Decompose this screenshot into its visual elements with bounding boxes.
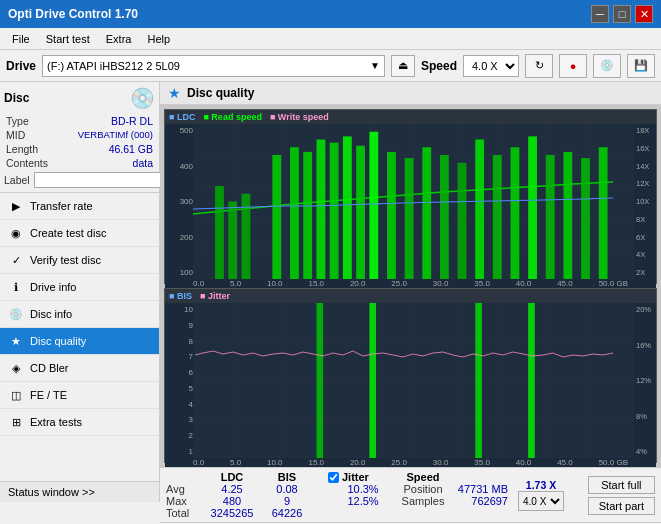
sidebar-item-cd-bler[interactable]: ◈ CD Bler xyxy=(0,355,159,382)
ldc-chart-svg xyxy=(193,124,634,279)
sidebar-item-extra-tests[interactable]: ⊞ Extra tests xyxy=(0,409,159,436)
max-bis: 9 xyxy=(262,495,312,507)
start-full-button[interactable]: Start full xyxy=(588,476,655,494)
svg-rect-25 xyxy=(405,158,414,279)
speed-value: 1.73 X xyxy=(526,479,556,491)
type-value: BD-R DL xyxy=(111,115,153,127)
svg-rect-17 xyxy=(290,147,299,279)
refresh-button[interactable]: ↻ xyxy=(525,54,553,78)
panel-header: ★ Disc quality xyxy=(160,82,661,105)
window-controls: ─ □ ✕ xyxy=(591,5,653,23)
jitter-checkbox[interactable] xyxy=(328,472,339,483)
menu-help[interactable]: Help xyxy=(139,31,178,47)
extra-tests-icon: ⊞ xyxy=(8,414,24,430)
y-right-8x: 8X xyxy=(636,215,654,224)
x2-5: 5.0 xyxy=(230,458,241,467)
disc-label-row: Label 🔍 xyxy=(4,172,155,188)
sidebar-item-transfer-rate[interactable]: ▶ Transfer rate xyxy=(0,193,159,220)
x1-0: 0.0 xyxy=(193,279,204,288)
x2-40: 40.0 xyxy=(516,458,532,467)
menu-start-test[interactable]: Start test xyxy=(38,31,98,47)
verify-test-disc-icon: ✓ xyxy=(8,252,24,268)
svg-rect-51 xyxy=(475,303,482,458)
y-right-6x: 6X xyxy=(636,233,654,242)
drivebar: Drive (F:) ATAPI iHBS212 2 5L09 ▼ ⏏ Spee… xyxy=(0,50,661,82)
bis-chart: ■ BIS ■ Jitter 10 9 8 7 6 5 4 3 2 xyxy=(164,288,657,463)
sidebar-item-create-test-disc[interactable]: ◉ Create test disc xyxy=(0,220,159,247)
x1-20: 20.0 xyxy=(350,279,366,288)
svg-rect-13 xyxy=(215,186,224,279)
svg-rect-24 xyxy=(387,152,396,279)
sidebar-item-fe-te[interactable]: ◫ FE / TE xyxy=(0,382,159,409)
sidebar-item-disc-info[interactable]: 💿 Disc info xyxy=(0,301,159,328)
label-input[interactable] xyxy=(34,172,167,188)
disc-length-row: Length 46.61 GB xyxy=(4,142,155,156)
max-ldc: 480 xyxy=(202,495,262,507)
disc-quality-icon: ★ xyxy=(8,333,24,349)
svg-rect-50 xyxy=(369,303,376,458)
status-window-button[interactable]: Status window >> xyxy=(0,481,159,502)
menu-file[interactable]: File xyxy=(4,31,38,47)
svg-rect-15 xyxy=(242,194,251,279)
mid-value: VERBATIMf (000) xyxy=(78,129,153,141)
sidebar-item-drive-info[interactable]: ℹ Drive info xyxy=(0,274,159,301)
y-left-200: 200 xyxy=(180,233,193,242)
x2-15: 15.0 xyxy=(308,458,324,467)
start-part-button[interactable]: Start part xyxy=(588,497,655,515)
action-buttons: Start full Start part xyxy=(588,476,655,515)
speed-select[interactable]: 4.0 X xyxy=(463,55,519,77)
max-jitter: 12.5% xyxy=(328,495,398,507)
svg-rect-26 xyxy=(422,147,431,279)
svg-rect-35 xyxy=(581,158,590,279)
avg-label: Avg xyxy=(166,483,202,495)
disc-section-title: Disc xyxy=(4,91,29,105)
avg-bis: 0.08 xyxy=(262,483,312,495)
x1-15: 15.0 xyxy=(308,279,324,288)
minimize-button[interactable]: ─ xyxy=(591,5,609,23)
svg-rect-52 xyxy=(528,303,535,458)
disc-button[interactable]: 💿 xyxy=(593,54,621,78)
maximize-button[interactable]: □ xyxy=(613,5,631,23)
drive-select-wrap: (F:) ATAPI iHBS212 2 5L09 ▼ xyxy=(42,55,385,77)
ldc-legend-ldc: ■ LDC xyxy=(169,112,195,122)
y-right-12x: 12X xyxy=(636,179,654,188)
nav-label-cd-bler: CD Bler xyxy=(30,362,69,374)
status-window-label: Status window >> xyxy=(8,486,95,498)
sidebar-item-verify-test-disc[interactable]: ✓ Verify test disc xyxy=(0,247,159,274)
svg-rect-27 xyxy=(440,155,449,279)
menubar: File Start test Extra Help xyxy=(0,28,661,50)
x2-45: 45.0 xyxy=(557,458,573,467)
settings-button[interactable]: ● xyxy=(559,54,587,78)
eject-button[interactable]: ⏏ xyxy=(391,55,415,77)
x2-35: 35.0 xyxy=(474,458,490,467)
disc-type-row: Type BD-R DL xyxy=(4,114,155,128)
y-right-16x: 16X xyxy=(636,144,654,153)
x1-10: 10.0 xyxy=(267,279,283,288)
x2-30: 30.0 xyxy=(433,458,449,467)
sidebar-item-disc-quality[interactable]: ★ Disc quality xyxy=(0,328,159,355)
y-right-4x: 4X xyxy=(636,250,654,259)
svg-rect-32 xyxy=(528,136,537,279)
speed-select[interactable]: 4.0 X xyxy=(518,491,564,511)
menu-extra[interactable]: Extra xyxy=(98,31,140,47)
save-button[interactable]: 💾 xyxy=(627,54,655,78)
create-test-disc-icon: ◉ xyxy=(8,225,24,241)
panel-icon: ★ xyxy=(168,85,181,101)
svg-rect-28 xyxy=(458,163,467,279)
contents-value: data xyxy=(133,157,153,169)
avg-jitter: 10.3% xyxy=(328,483,398,495)
svg-rect-18 xyxy=(303,152,312,279)
disc-section: Disc 💿 Type BD-R DL MID VERBATIMf (000) … xyxy=(0,82,159,193)
stats-row-max: Max 480 9 12.5% Samples 762697 xyxy=(166,495,508,507)
jitter-label: Jitter xyxy=(342,471,369,483)
nav-label-verify-test-disc: Verify test disc xyxy=(30,254,101,266)
svg-rect-19 xyxy=(316,140,325,280)
nav-label-extra-tests: Extra tests xyxy=(30,416,82,428)
y-left-400: 400 xyxy=(180,162,193,171)
svg-rect-29 xyxy=(475,140,484,280)
close-button[interactable]: ✕ xyxy=(635,5,653,23)
label-label: Label xyxy=(4,174,30,186)
stats-table: LDC BIS Jitter Speed Avg 4.25 xyxy=(166,471,508,519)
nav-label-disc-info: Disc info xyxy=(30,308,72,320)
y2-right-16: 16% xyxy=(636,341,654,350)
